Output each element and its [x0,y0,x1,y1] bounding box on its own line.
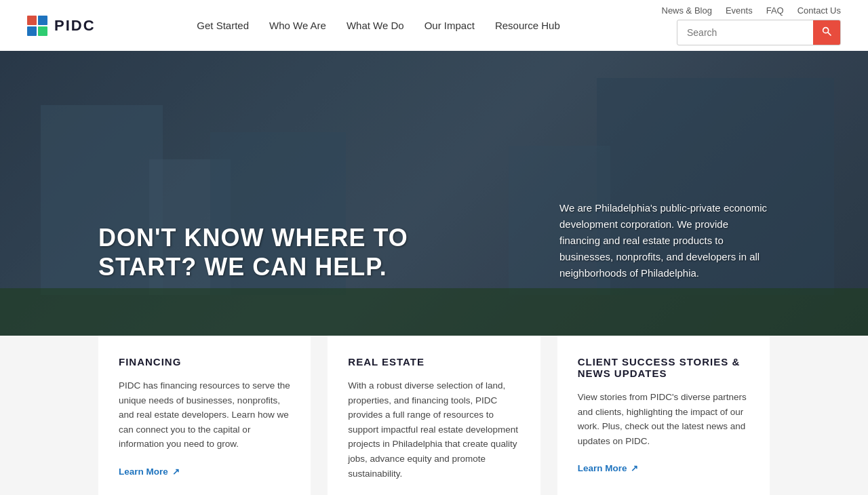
success-stories-card-text: View stories from PIDC's diverse partner… [578,390,749,448]
hero-section: DON'T KNOW WHERE TO START? WE CAN HELP. … [0,51,868,336]
nav-who-we-are[interactable]: Who We Are [269,20,326,31]
hero-headline: DON'T KNOW WHERE TO START? WE CAN HELP. [98,223,424,281]
financing-learn-more[interactable]: Learn More ↗ [119,467,180,495]
nav-news-blog[interactable]: News & Blog [662,5,712,16]
secondary-nav: News & Blog Events FAQ Contact Us [662,5,842,16]
real-estate-card: REAL ESTATE With a robust diverse select… [328,336,540,495]
financing-card: FINANCING PIDC has financing resources t… [98,336,311,495]
nav-faq[interactable]: FAQ [766,5,784,16]
financing-arrow-icon: ↗ [172,467,180,477]
top-bar: PIDC Get Started Who We Are What We Do O… [0,0,868,51]
page-wrapper: PIDC Get Started Who We Are What We Do O… [0,0,868,495]
nav-what-we-do[interactable]: What We Do [347,20,404,31]
financing-card-title: FINANCING [119,356,290,368]
search-icon [821,26,832,37]
success-stories-learn-more-label: Learn More [578,463,627,473]
nav-contact-us[interactable]: Contact Us [797,5,841,16]
logo-area[interactable]: PIDC [27,16,96,36]
success-stories-card: CLIENT SUCCESS STORIES & NEWS UPDATES Vi… [557,336,770,495]
real-estate-card-text: With a robust diverse selection of land,… [348,378,519,481]
nav-our-impact[interactable]: Our Impact [425,20,475,31]
logo-text: PIDC [54,17,96,35]
logo-icon [27,16,47,36]
success-stories-card-title: CLIENT SUCCESS STORIES & NEWS UPDATES [578,356,749,379]
hero-ground [0,288,868,336]
hero-description: We are Philadelphia's public-private eco… [559,200,770,281]
cards-section: FINANCING PIDC has financing resources t… [0,336,868,495]
nav-get-started[interactable]: Get Started [197,20,249,31]
financing-card-text: PIDC has financing resources to serve th… [119,378,290,452]
nav-events[interactable]: Events [726,5,753,16]
nav-resource-hub[interactable]: Resource Hub [495,20,560,31]
hero-content: DON'T KNOW WHERE TO START? WE CAN HELP. … [98,200,770,281]
search-input[interactable] [677,22,813,43]
right-area: News & Blog Events FAQ Contact Us [662,5,842,45]
success-stories-arrow-icon: ↗ [631,463,638,473]
main-nav: Get Started Who We Are What We Do Our Im… [197,20,559,31]
search-button[interactable] [813,20,840,45]
svg-line-1 [828,33,831,35]
real-estate-card-title: REAL ESTATE [348,356,519,368]
search-box [677,20,841,45]
financing-learn-more-label: Learn More [119,467,168,477]
success-stories-learn-more[interactable]: Learn More ↗ [578,463,639,492]
